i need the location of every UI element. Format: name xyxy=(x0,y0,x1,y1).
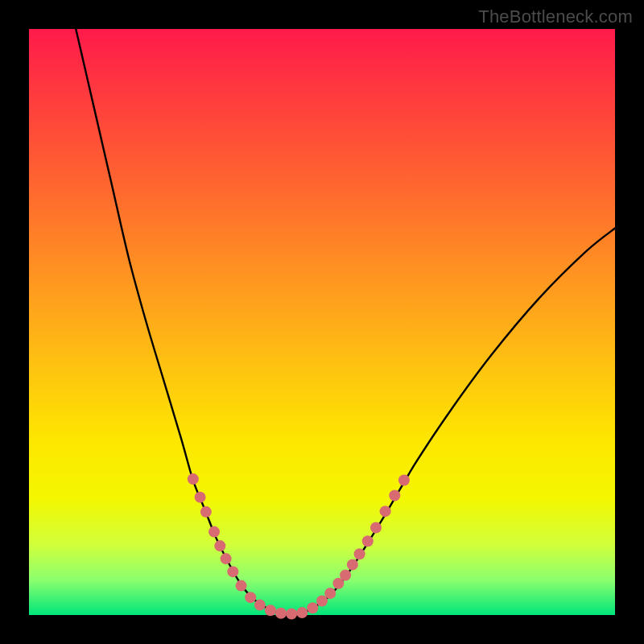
marker-dot xyxy=(286,609,297,620)
marker-dot xyxy=(195,492,206,503)
chart-svg xyxy=(29,29,615,615)
marker-dot xyxy=(362,535,374,547)
marker-dot xyxy=(296,607,308,618)
marker-dot xyxy=(324,588,336,599)
marker-layer xyxy=(188,473,410,619)
curve-path-group xyxy=(76,29,615,614)
plot-area xyxy=(29,29,615,615)
marker-dot xyxy=(340,570,351,581)
marker-dot xyxy=(389,489,400,501)
watermark-text: TheBottleneck.com xyxy=(478,6,633,27)
marker-dot xyxy=(275,608,287,619)
marker-dot xyxy=(354,548,365,559)
marker-dot xyxy=(227,566,238,577)
marker-dot xyxy=(347,559,358,570)
marker-dot xyxy=(254,600,266,611)
bottleneck-curve xyxy=(76,29,615,614)
marker-dot xyxy=(200,506,212,518)
marker-dot xyxy=(221,553,232,564)
marker-dot xyxy=(236,580,247,592)
marker-dot xyxy=(265,605,276,616)
marker-dot xyxy=(398,475,410,486)
marker-dot xyxy=(380,506,391,517)
marker-dot xyxy=(307,602,318,613)
marker-dot xyxy=(370,522,382,534)
marker-dot xyxy=(188,473,199,485)
marker-dot xyxy=(208,526,220,538)
chart-frame: TheBottleneck.com xyxy=(0,0,644,644)
marker-dot xyxy=(245,592,256,603)
marker-dot xyxy=(214,540,225,551)
